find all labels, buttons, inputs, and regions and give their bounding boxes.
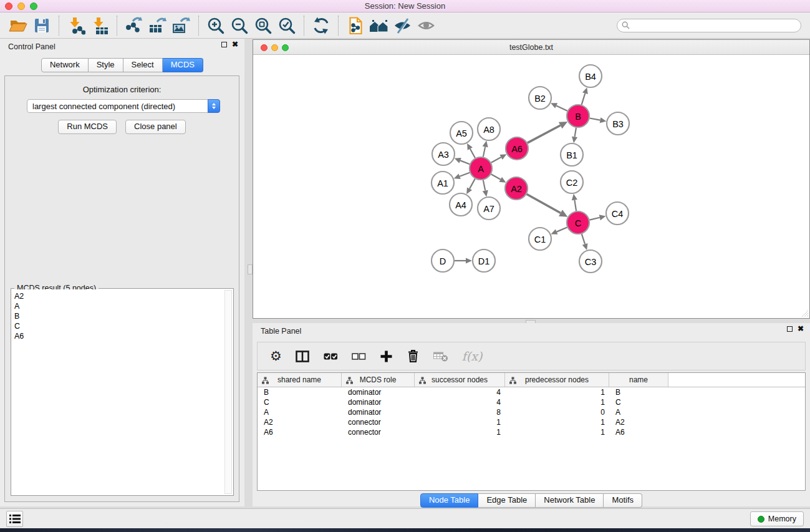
graph-edge-A-A1[interactable] <box>460 173 470 177</box>
table-settings-button[interactable]: ⚙ <box>270 350 282 362</box>
graph-node-A[interactable]: A <box>470 157 492 180</box>
table-cell[interactable]: 4 <box>415 398 505 407</box>
graph-node-B3[interactable]: B3 <box>607 112 629 135</box>
mcds-result-item[interactable]: A <box>14 301 233 311</box>
delete-table-button[interactable] <box>433 350 448 362</box>
close-panel-button[interactable]: Close panel <box>125 120 186 134</box>
table-cell[interactable]: A2 <box>609 418 668 427</box>
deselect-all-button[interactable] <box>352 350 366 363</box>
graph-node-A8[interactable]: A8 <box>478 118 500 140</box>
table-cell[interactable]: connector <box>342 418 415 427</box>
graph-edge-B-B4[interactable] <box>582 94 586 105</box>
graph-edge-C-C2[interactable] <box>574 200 576 211</box>
close-panel-icon[interactable]: ✖ <box>232 42 238 47</box>
graph-node-D1[interactable]: D1 <box>473 249 495 272</box>
tab-network[interactable]: Network <box>41 58 89 72</box>
vertical-splitter-handle[interactable] <box>248 264 253 274</box>
table-cell[interactable]: connector <box>342 428 415 437</box>
tab-edge-table[interactable]: Edge Table <box>478 493 536 508</box>
graph-edge-C-C1[interactable] <box>557 227 567 231</box>
open-session-button[interactable] <box>6 14 30 37</box>
close-panel-icon[interactable]: ✖ <box>798 326 804 332</box>
column-header-successor-nodes[interactable]: successor nodes <box>415 373 505 387</box>
table-cell[interactable]: B <box>609 388 668 397</box>
new-network-from-selection-button[interactable] <box>344 14 367 37</box>
graph-edge-A-A2[interactable] <box>491 174 501 180</box>
column-header-name[interactable]: name <box>609 373 668 387</box>
export-image-button[interactable] <box>170 14 193 37</box>
result-list-scrollbar[interactable] <box>224 290 232 494</box>
graph-node-C[interactable]: C <box>567 211 589 234</box>
graph-node-A2[interactable]: A2 <box>505 177 528 200</box>
run-mcds-button[interactable]: Run MCDS <box>58 120 117 134</box>
search-input[interactable] <box>617 19 801 32</box>
column-header-shared-name[interactable]: shared name <box>258 373 342 387</box>
graph-edge-A6-B[interactable] <box>528 125 561 143</box>
table-row[interactable]: Bdominator41B <box>258 387 805 397</box>
select-all-button[interactable] <box>324 350 338 363</box>
float-panel-icon[interactable] <box>787 326 793 332</box>
mcds-result-item[interactable]: A2 <box>14 291 233 301</box>
tab-style[interactable]: Style <box>89 58 123 72</box>
table-cell[interactable]: 1 <box>505 418 609 427</box>
graph-node-A1[interactable]: A1 <box>432 172 454 194</box>
graph-edge-B-B1[interactable] <box>575 128 576 137</box>
refresh-view-button[interactable] <box>309 14 333 37</box>
table-cell[interactable]: 1 <box>415 418 505 427</box>
zoom-out-button[interactable] <box>228 14 251 37</box>
table-cell[interactable]: B <box>258 388 342 397</box>
graph-node-A6[interactable]: A6 <box>506 137 528 160</box>
float-panel-icon[interactable] <box>221 42 227 47</box>
table-row[interactable]: Cdominator41C <box>258 397 805 407</box>
graph-node-B4[interactable]: B4 <box>579 65 602 87</box>
graph-edge-A-A3[interactable] <box>460 160 470 164</box>
graph-edge-B-B3[interactable] <box>590 118 600 120</box>
table-cell[interactable]: A <box>609 408 668 417</box>
table-row[interactable]: A6connector11A6 <box>258 427 805 437</box>
graph-edge-A-A6[interactable] <box>491 157 501 163</box>
node-table[interactable]: shared nameMCDS rolesuccessor nodesprede… <box>257 372 806 491</box>
graph-edge-A2-C[interactable] <box>527 194 561 213</box>
network-canvas[interactable]: AA1A2A3A4A5A6A7A8BB1B2B3B4CC1C2C3C4DD1 <box>253 55 809 318</box>
graph-node-B1[interactable]: B1 <box>561 143 583 166</box>
graph-edge-A-A5[interactable] <box>470 148 475 158</box>
mcds-result-list[interactable]: A2ABCA6 <box>12 289 233 495</box>
table-row[interactable]: A2connector11A2 <box>258 417 805 427</box>
graph-edge-C-C3[interactable] <box>582 234 585 244</box>
table-cell[interactable]: 0 <box>505 408 609 417</box>
tab-motifs[interactable]: Motifs <box>604 493 642 508</box>
memory-button[interactable]: Memory <box>750 511 804 526</box>
column-header-mcds-role[interactable]: MCDS role <box>342 373 415 387</box>
show-all-button[interactable] <box>415 14 438 37</box>
table-cell[interactable]: dominator <box>342 408 415 417</box>
split-view-button[interactable] <box>296 350 310 363</box>
graph-edge-C-C4[interactable] <box>589 218 599 220</box>
delete-column-button[interactable] <box>407 349 420 363</box>
graph-node-B[interactable]: B <box>567 105 589 127</box>
graph-node-A3[interactable]: A3 <box>432 143 455 165</box>
table-cell[interactable]: 1 <box>505 398 609 407</box>
table-cell[interactable]: A2 <box>258 418 342 427</box>
graph-node-C1[interactable]: C1 <box>529 228 551 250</box>
zoom-selected-button[interactable] <box>275 14 299 37</box>
criterion-dropdown[interactable]: largest connected component (directed) <box>27 99 220 113</box>
hide-selected-button[interactable] <box>391 14 415 37</box>
tab-node-table[interactable]: Node Table <box>420 493 479 508</box>
resize-grip-icon[interactable] <box>800 309 809 317</box>
table-cell[interactable]: A <box>258 408 342 417</box>
graph-edge-B-B2[interactable] <box>556 105 567 110</box>
graph-node-C3[interactable]: C3 <box>579 250 602 273</box>
graph-node-C2[interactable]: C2 <box>561 171 583 193</box>
mcds-result-item[interactable]: B <box>14 311 233 321</box>
table-cell[interactable]: 8 <box>415 408 505 417</box>
function-builder-label[interactable]: f(x) <box>462 349 483 363</box>
table-cell[interactable]: dominator <box>342 388 415 397</box>
table-cell[interactable]: 4 <box>415 388 505 397</box>
save-session-button[interactable] <box>30 14 54 37</box>
table-row[interactable]: Adominator80A <box>258 407 805 417</box>
mcds-result-item[interactable]: C <box>14 321 233 331</box>
tab-mcds[interactable]: MCDS <box>163 58 203 72</box>
table-cell[interactable]: 1 <box>415 428 505 437</box>
graph-node-A5[interactable]: A5 <box>450 122 473 144</box>
graph-edge-A-A4[interactable] <box>470 179 475 189</box>
